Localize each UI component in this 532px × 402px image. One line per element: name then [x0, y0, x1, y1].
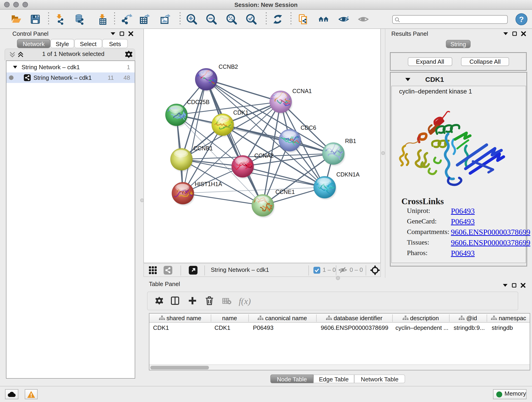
svg-text:CDC6: CDC6	[301, 124, 316, 131]
svg-text:RB1: RB1	[345, 138, 356, 144]
svg-text:CCNB1: CCNB1	[193, 145, 213, 152]
svg-text:CDC25B: CDC25B	[187, 99, 210, 105]
svg-text:CCNA1: CCNA1	[292, 88, 312, 94]
svg-text:HIST1H1A: HIST1H1A	[195, 181, 222, 187]
svg-text:CCNB2: CCNB2	[219, 64, 238, 70]
svg-text:CCNE1: CCNE1	[275, 189, 295, 195]
svg-text:CDKN1A: CDKN1A	[336, 171, 360, 178]
svg-text:CCNA2: CCNA2	[254, 153, 274, 159]
svg-text:CDK1: CDK1	[233, 109, 249, 116]
